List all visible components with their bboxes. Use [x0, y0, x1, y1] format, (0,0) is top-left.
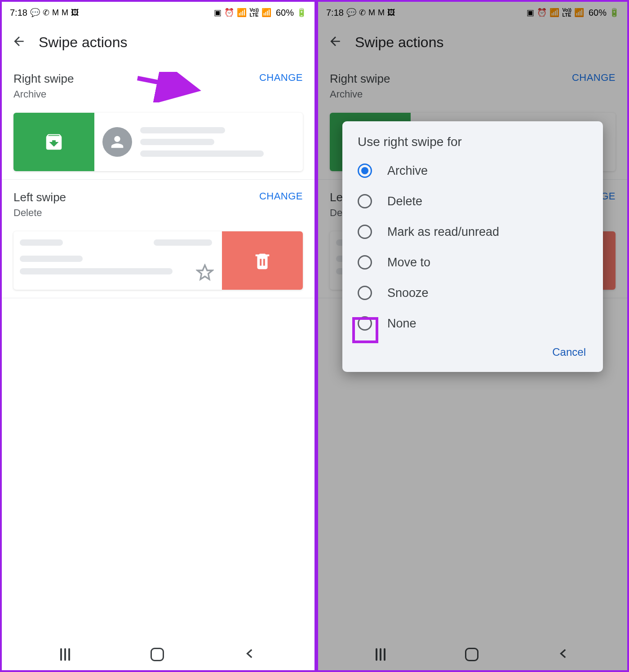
annotation-highlight-snooze: [352, 317, 378, 343]
chat-icon: 💬: [30, 9, 40, 17]
phone-right: 7:18 💬 ✆ M M 🖼 ▣ ⏰ 📶 Vo))LTE 📶 60% 🔋 Sw: [314, 2, 627, 670]
cancel-button[interactable]: Cancel: [548, 343, 590, 361]
delete-action-block: [222, 231, 303, 290]
option-move-to[interactable]: Move to: [342, 247, 603, 278]
left-swipe-section: Left swipe Delete CHANGE: [2, 180, 314, 298]
svg-line-0: [137, 78, 197, 90]
option-none[interactable]: None: [342, 308, 603, 339]
nfc-icon: ▣: [214, 9, 221, 17]
option-label: Snooze: [387, 286, 429, 300]
home-button[interactable]: [151, 648, 164, 661]
nav-bar: [2, 639, 314, 670]
back-nav-button[interactable]: [244, 648, 256, 661]
mail-icon: M: [52, 9, 59, 17]
option-archive[interactable]: Archive: [342, 155, 603, 186]
app-bar: Swipe actions: [2, 23, 314, 61]
swipe-action-dialog: Use right swipe for Archive Delete Mark …: [342, 121, 603, 372]
change-left-swipe-button[interactable]: CHANGE: [259, 190, 303, 202]
star-icon: [196, 264, 214, 283]
option-delete[interactable]: Delete: [342, 186, 603, 217]
trash-icon: [252, 250, 273, 271]
option-label: None: [387, 317, 416, 331]
avatar-icon: [102, 127, 132, 157]
wifi-icon: 📶: [237, 9, 247, 17]
image-icon: 🖼: [71, 9, 79, 17]
recents-button[interactable]: [60, 648, 70, 661]
right-swipe-preview: [13, 113, 303, 171]
left-swipe-label: Left swipe: [13, 190, 66, 204]
radio-icon: [358, 164, 372, 178]
whatsapp-icon: ✆: [43, 9, 49, 17]
phone-left: 7:18 💬 ✆ M M 🖼 ▣ ⏰ 📶 Vo))LTE 📶 60% 🔋 Swi…: [2, 2, 314, 670]
left-swipe-preview: [13, 231, 303, 290]
clock: 7:18: [10, 8, 27, 18]
back-button[interactable]: [12, 34, 26, 50]
radio-icon: [358, 194, 372, 208]
signal-icon: 📶: [261, 9, 271, 17]
radio-icon: [358, 286, 372, 300]
option-label: Archive: [387, 164, 428, 178]
option-label: Delete: [387, 195, 422, 208]
dialog-title: Use right swipe for: [342, 135, 603, 155]
archive-icon: [44, 132, 64, 152]
change-right-swipe-button[interactable]: CHANGE: [259, 72, 303, 84]
right-swipe-action: Archive: [13, 88, 74, 100]
radio-icon: [358, 225, 372, 239]
page-title: Swipe actions: [39, 34, 127, 51]
left-swipe-action: Delete: [13, 207, 66, 219]
right-swipe-label: Right swipe: [13, 72, 74, 86]
option-label: Move to: [387, 256, 430, 270]
option-mark-read[interactable]: Mark as read/unread: [342, 217, 603, 247]
archive-action-block: [13, 113, 94, 171]
option-snooze[interactable]: Snooze: [342, 278, 603, 308]
mail-placeholder-lines: [140, 127, 295, 157]
battery-text: 60%: [276, 8, 294, 18]
mail-icon-2: M: [62, 9, 68, 17]
battery-icon: 🔋: [297, 9, 306, 17]
alarm-icon: ⏰: [224, 9, 234, 17]
status-bar: 7:18 💬 ✆ M M 🖼 ▣ ⏰ 📶 Vo))LTE 📶 60% 🔋: [2, 2, 314, 23]
annotation-arrow: [134, 72, 210, 104]
volte-icon: Vo))LTE: [249, 8, 259, 18]
option-label: Mark as read/unread: [387, 225, 499, 239]
radio-icon: [358, 255, 372, 270]
